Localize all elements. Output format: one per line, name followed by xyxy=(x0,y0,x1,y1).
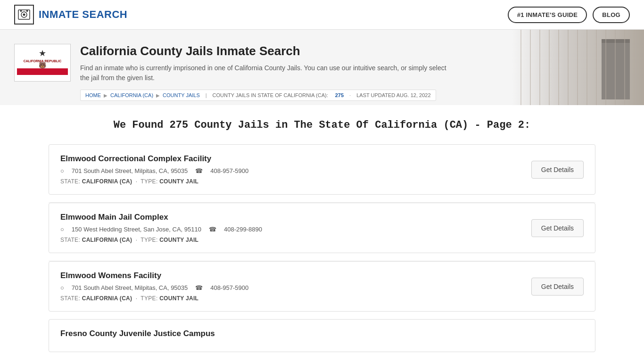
svg-point-2 xyxy=(23,14,25,16)
facility-phone: 408-957-5900 xyxy=(210,167,248,174)
main-content: We Found 275 County Jails in The State O… xyxy=(39,105,605,362)
facility-address: 701 South Abel Street, Milpitas, CA, 950… xyxy=(72,167,188,174)
phone-icon: ☎ xyxy=(195,167,203,174)
breadcrumb-home[interactable]: HOME xyxy=(85,92,101,98)
facility-type: COUNTY JAIL xyxy=(159,178,198,185)
facility-info: Elmwood Main Jail Complex ○ 150 West Hed… xyxy=(60,213,522,243)
facility-name: Elmwood Main Jail Complex xyxy=(60,213,522,222)
facility-state: CALIFORNIA (CA) xyxy=(82,178,132,185)
facility-card: Elmwood Correctional Complex Facility ○ … xyxy=(49,144,595,195)
facility-address: 150 West Hedding Street, San Jose, CA, 9… xyxy=(72,226,201,233)
get-details-button[interactable]: Get Details xyxy=(531,161,584,179)
svg-rect-4 xyxy=(26,10,28,12)
facility-name: Elmwood Correctional Complex Facility xyxy=(60,154,522,164)
hero-section: ★ CALIFORNIA REPUBLIC 🐻 California Count… xyxy=(0,30,644,105)
breadcrumb-count-label: COUNTY JAILS IN STATE OF CALIFORNIA (CA)… xyxy=(213,92,328,98)
blog-button[interactable]: BLOG xyxy=(593,7,630,23)
facility-name: Fresno County Juvenile Justice Campus xyxy=(60,329,584,338)
facility-tags: STATE: CALIFORNIA (CA) · TYPE: COUNTY JA… xyxy=(60,237,522,243)
get-details-button[interactable]: Get Details xyxy=(531,219,584,237)
facility-meta: ○ 701 South Abel Street, Milpitas, CA, 9… xyxy=(60,167,522,174)
facility-phone: 408-957-5900 xyxy=(210,284,248,291)
facility-info: Fresno County Juvenile Justice Campus xyxy=(60,329,584,338)
facility-phone: 408-299-8890 xyxy=(224,226,262,233)
logo-icon xyxy=(14,5,34,25)
breadcrumb-updated: LAST UPDATED AUG. 12, 2022 xyxy=(356,92,430,98)
breadcrumb-type[interactable]: COUNTY JAILS xyxy=(163,92,200,98)
get-details-button[interactable]: Get Details xyxy=(531,278,584,296)
facility-state: CALIFORNIA (CA) xyxy=(82,237,132,243)
breadcrumb: HOME ▶ CALIFORNIA (CA) ▶ COUNTY JAILS | … xyxy=(80,90,436,101)
facility-card: Elmwood Main Jail Complex ○ 150 West Hed… xyxy=(49,203,595,253)
breadcrumb-dot: · xyxy=(349,92,351,98)
header-nav: #1 INMATE'S GUIDE BLOG xyxy=(508,7,630,23)
facility-type: COUNTY JAIL xyxy=(159,237,198,243)
facility-state: CALIFORNIA (CA) xyxy=(82,295,132,302)
facility-meta: ○ 150 West Hedding Street, San Jose, CA,… xyxy=(60,226,522,233)
breadcrumb-divider: | xyxy=(206,92,207,98)
breadcrumb-state[interactable]: CALIFORNIA (CA) xyxy=(110,92,153,98)
address-icon: ○ xyxy=(60,226,64,233)
phone-icon: ☎ xyxy=(209,226,216,233)
page-heading: We Found 275 County Jails in The State O… xyxy=(49,119,595,131)
facility-address: 701 South Abel Street, Milpitas, CA, 950… xyxy=(72,284,188,291)
facility-list: Elmwood Correctional Complex Facility ○ … xyxy=(49,144,595,352)
phone-icon: ☎ xyxy=(195,284,203,291)
address-icon: ○ xyxy=(60,284,64,291)
facility-info: Elmwood Correctional Complex Facility ○ … xyxy=(60,154,522,185)
logo-group: INMATE SEARCH xyxy=(14,5,127,25)
california-flag: ★ CALIFORNIA REPUBLIC 🐻 xyxy=(14,44,71,82)
breadcrumb-count: 275 xyxy=(335,92,344,98)
header: INMATE SEARCH #1 INMATE'S GUIDE BLOG xyxy=(0,0,644,30)
site-title: INMATE SEARCH xyxy=(39,8,127,21)
facility-card: Elmwood Womens Facility ○ 701 South Abel… xyxy=(49,261,595,312)
breadcrumb-sep-1: ▶ xyxy=(104,93,107,98)
hero-description: Find an inmate who is currently imprison… xyxy=(80,63,448,83)
hero-heading: California County Jails Inmate Search xyxy=(80,44,630,58)
hero-text-block: California County Jails Inmate Search Fi… xyxy=(80,44,630,101)
facility-tags: STATE: CALIFORNIA (CA) · TYPE: COUNTY JA… xyxy=(60,178,522,185)
address-icon: ○ xyxy=(60,167,64,174)
facility-card: Fresno County Juvenile Justice Campus xyxy=(49,319,595,352)
facility-info: Elmwood Womens Facility ○ 701 South Abel… xyxy=(60,271,522,302)
facility-meta: ○ 701 South Abel Street, Milpitas, CA, 9… xyxy=(60,284,522,291)
facility-type: COUNTY JAIL xyxy=(159,295,198,302)
inmates-guide-button[interactable]: #1 INMATE'S GUIDE xyxy=(508,7,587,23)
facility-name: Elmwood Womens Facility xyxy=(60,271,522,280)
svg-rect-3 xyxy=(20,10,22,12)
facility-tags: STATE: CALIFORNIA (CA) · TYPE: COUNTY JA… xyxy=(60,295,522,302)
breadcrumb-sep-2: ▶ xyxy=(156,93,160,98)
